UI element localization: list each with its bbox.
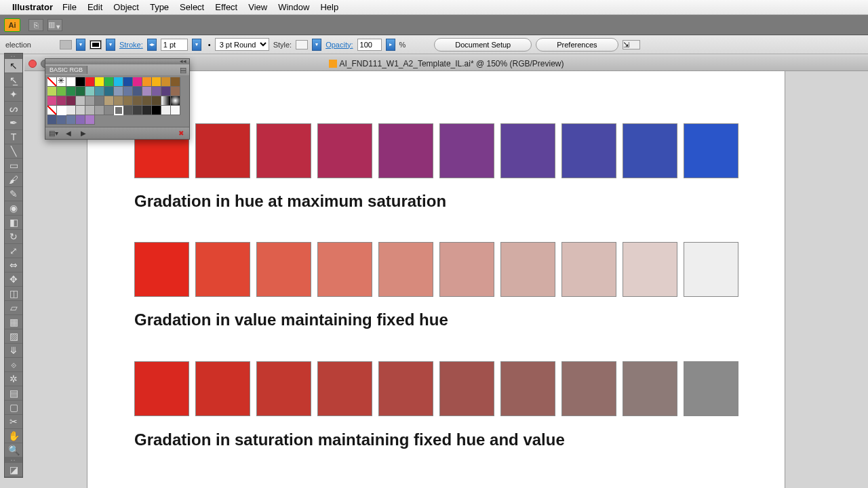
eyedropper-tool[interactable]: ⤋ bbox=[5, 344, 22, 358]
pencil-tool[interactable]: ✎ bbox=[5, 187, 22, 201]
eraser-tool[interactable]: ◧ bbox=[5, 216, 22, 230]
color-square[interactable] bbox=[439, 361, 494, 416]
free-transform-tool[interactable]: ✥ bbox=[5, 272, 22, 287]
swatch[interactable] bbox=[66, 77, 76, 87]
opacity-input[interactable] bbox=[357, 39, 382, 51]
swatch[interactable] bbox=[114, 96, 123, 106]
opacity-dropdown[interactable]: ▸ bbox=[386, 39, 395, 51]
swatch[interactable] bbox=[152, 77, 161, 87]
swatch[interactable] bbox=[104, 106, 114, 115]
swatch[interactable] bbox=[47, 87, 57, 96]
bridge-button[interactable]: ⎘ bbox=[28, 19, 43, 31]
type-tool[interactable]: T bbox=[5, 130, 22, 144]
swatch[interactable] bbox=[142, 106, 152, 115]
line-tool[interactable]: ╲ bbox=[5, 144, 22, 159]
color-square[interactable] bbox=[561, 123, 616, 178]
perspective-tool[interactable]: ▱ bbox=[5, 301, 22, 315]
close-window[interactable] bbox=[28, 60, 37, 68]
symbol-sprayer-tool[interactable]: ✲ bbox=[5, 372, 22, 386]
color-square[interactable] bbox=[134, 242, 189, 297]
prev-swatch-button[interactable]: ◀ bbox=[63, 129, 74, 138]
menu-type[interactable]: Type bbox=[150, 2, 169, 12]
stroke-weight-dropdown[interactable]: ▾ bbox=[192, 39, 201, 51]
swatch[interactable] bbox=[171, 87, 180, 96]
swatch[interactable] bbox=[76, 77, 85, 87]
swatch[interactable] bbox=[142, 77, 152, 87]
menu-window[interactable]: Window bbox=[278, 2, 309, 12]
swatch[interactable] bbox=[57, 106, 66, 115]
swatch[interactable] bbox=[104, 77, 114, 87]
swatch[interactable] bbox=[85, 96, 95, 106]
swatch[interactable] bbox=[161, 87, 171, 96]
color-square[interactable] bbox=[195, 242, 250, 297]
color-square[interactable] bbox=[256, 123, 311, 178]
color-square[interactable] bbox=[317, 123, 372, 178]
menu-select[interactable]: Select bbox=[180, 2, 204, 12]
swatch[interactable] bbox=[95, 87, 104, 96]
swatch[interactable] bbox=[114, 77, 123, 87]
color-square[interactable] bbox=[378, 123, 433, 178]
color-square[interactable] bbox=[684, 361, 738, 416]
fill-stroke-toggle[interactable]: ◪ bbox=[5, 463, 22, 477]
color-square[interactable] bbox=[623, 242, 677, 297]
swatch[interactable] bbox=[95, 77, 104, 87]
style-swatch[interactable] bbox=[296, 40, 308, 49]
panel-grip[interactable] bbox=[45, 59, 189, 64]
swatch[interactable] bbox=[66, 115, 76, 125]
scale-tool[interactable]: ⤢ bbox=[5, 244, 22, 258]
menu-file[interactable]: File bbox=[62, 2, 77, 12]
swatch[interactable] bbox=[85, 106, 95, 115]
swatch[interactable] bbox=[142, 87, 152, 96]
color-square[interactable] bbox=[500, 242, 555, 297]
swatch[interactable] bbox=[57, 115, 66, 125]
blend-tool[interactable]: ⟐ bbox=[5, 358, 22, 372]
color-square[interactable] bbox=[561, 242, 616, 297]
swatch[interactable] bbox=[133, 87, 142, 96]
swatch[interactable] bbox=[57, 87, 66, 96]
swatch[interactable] bbox=[171, 106, 180, 115]
stroke-weight-input[interactable] bbox=[161, 39, 188, 51]
stroke-swatch[interactable] bbox=[90, 40, 102, 49]
swatch[interactable] bbox=[123, 87, 133, 96]
swatch[interactable] bbox=[57, 77, 66, 87]
swatch[interactable] bbox=[47, 77, 57, 87]
swatch[interactable] bbox=[66, 106, 76, 115]
swatch[interactable] bbox=[47, 106, 57, 115]
color-square[interactable] bbox=[500, 123, 555, 178]
hand-tool[interactable]: ✋ bbox=[5, 429, 22, 443]
swatch[interactable] bbox=[104, 96, 114, 106]
rotate-tool[interactable]: ↻ bbox=[5, 230, 22, 244]
menu-object[interactable]: Object bbox=[113, 2, 139, 12]
paintbrush-tool[interactable]: 🖌 bbox=[5, 173, 22, 187]
menu-view[interactable]: View bbox=[248, 2, 267, 12]
fill-dropdown[interactable]: ▾ bbox=[76, 39, 85, 51]
stroke-stepper[interactable]: ◂▸ bbox=[147, 39, 157, 51]
color-square[interactable] bbox=[439, 123, 494, 178]
swatch[interactable] bbox=[171, 77, 180, 87]
swatch[interactable] bbox=[152, 87, 161, 96]
swatch[interactable] bbox=[76, 106, 85, 115]
swatch[interactable] bbox=[123, 106, 133, 115]
style-dropdown[interactable]: ▾ bbox=[312, 39, 321, 51]
graph-tool[interactable]: ▤ bbox=[5, 386, 22, 401]
swatch[interactable] bbox=[95, 96, 104, 106]
color-square[interactable] bbox=[317, 361, 372, 416]
brush-select[interactable]: 3 pt Round bbox=[215, 38, 269, 51]
gradient-tool[interactable]: ▨ bbox=[5, 329, 22, 344]
swatches-panel[interactable]: BASIC RGB ▤ ▤▾ ◀ ▶ ✖ bbox=[45, 58, 190, 140]
width-tool[interactable]: ⇔ bbox=[5, 258, 22, 272]
menu-edit[interactable]: Edit bbox=[87, 2, 102, 12]
swatch[interactable] bbox=[76, 96, 85, 106]
swatch[interactable] bbox=[95, 106, 104, 115]
next-swatch-button[interactable]: ▶ bbox=[78, 129, 89, 138]
app-name[interactable]: Illustrator bbox=[12, 2, 53, 12]
swatch[interactable] bbox=[76, 115, 85, 125]
swatch-libraries-button[interactable]: ▤▾ bbox=[48, 129, 59, 138]
color-square[interactable] bbox=[561, 361, 616, 416]
swatch[interactable] bbox=[161, 96, 171, 106]
color-square[interactable] bbox=[317, 242, 372, 297]
blob-brush-tool[interactable]: ◉ bbox=[5, 201, 22, 216]
swatch[interactable] bbox=[85, 115, 95, 125]
stroke-dropdown[interactable]: ▾ bbox=[106, 39, 115, 51]
preferences-button[interactable]: Preferences bbox=[536, 38, 618, 52]
